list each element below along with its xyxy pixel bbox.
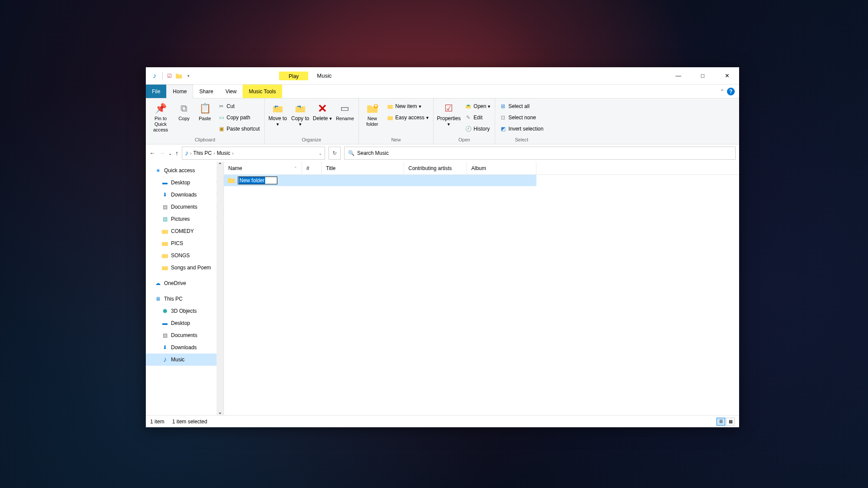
select-none-button[interactable]: ⊡Select none <box>498 112 545 123</box>
icons-view-button[interactable]: ▦ <box>726 418 735 426</box>
address-dropdown-icon[interactable]: ⌄ <box>319 151 322 156</box>
sidebar-item-comedy[interactable]: COMEDY <box>146 225 224 237</box>
chevron-right-icon[interactable]: › <box>190 151 191 156</box>
maximize-button[interactable]: □ <box>690 67 715 85</box>
rename-input[interactable]: New folder <box>238 177 277 184</box>
move-to-button[interactable]: Move to ▾ <box>267 100 288 127</box>
sidebar-item-desktop[interactable]: ▬Desktop📍 <box>146 177 224 189</box>
svg-rect-1 <box>176 74 178 75</box>
search-icon: 🔍 <box>348 150 355 156</box>
sidebar-item-3d-objects[interactable]: ⬢3D Objects <box>146 305 224 317</box>
svg-rect-14 <box>162 266 168 270</box>
edit-button[interactable]: ✎Edit <box>463 112 492 123</box>
tab-share[interactable]: Share <box>193 85 219 98</box>
content-pane: Name⌃ # Title Contributing artists Album… <box>224 162 739 415</box>
sidebar-item-pictures[interactable]: ▨Pictures📍 <box>146 213 224 225</box>
sidebar-item-documents-pc[interactable]: ▤Documents <box>146 329 224 341</box>
help-icon[interactable]: ? <box>727 88 735 95</box>
breadcrumb-bar[interactable]: ♪ › This PC › Music › ⌄ <box>182 147 325 160</box>
recent-dropdown-icon[interactable]: ⌄ <box>168 151 172 156</box>
sidebar-onedrive[interactable]: ☁OneDrive <box>146 277 224 289</box>
sidebar-item-songs-and-poem[interactable]: Songs and Poem <box>146 262 224 274</box>
sidebar-this-pc[interactable]: 🖥This PC <box>146 293 224 305</box>
new-folder-button[interactable]: ✦New folder <box>362 100 383 127</box>
sidebar-quick-access[interactable]: ★Quick access <box>146 164 224 177</box>
svg-rect-11 <box>162 230 168 234</box>
status-item-count: 1 item <box>150 419 164 425</box>
paste-button[interactable]: 📋Paste <box>195 100 214 121</box>
svg-rect-8 <box>388 105 393 109</box>
up-button[interactable]: ↑ <box>175 150 178 157</box>
collapse-ribbon-icon[interactable]: ⌃ <box>720 88 724 95</box>
invert-selection-button[interactable]: ◩Invert selection <box>498 124 545 134</box>
chevron-right-icon[interactable]: › <box>232 151 233 156</box>
sidebar-item-documents[interactable]: ▤Documents📍 <box>146 201 224 213</box>
svg-rect-13 <box>162 254 168 258</box>
back-button[interactable]: ← <box>149 150 155 157</box>
minimize-button[interactable]: ― <box>666 67 690 85</box>
refresh-button[interactable]: ↻ <box>329 147 341 160</box>
music-icon: ♪ <box>185 149 188 157</box>
close-button[interactable]: ✕ <box>715 67 739 85</box>
tab-music-tools[interactable]: Music Tools <box>243 85 282 98</box>
breadcrumb-this-pc[interactable]: This PC <box>193 150 212 156</box>
svg-text:✦: ✦ <box>374 103 378 109</box>
ribbon-tabs: File Home Share View Music Tools ⌃ ? <box>146 85 739 98</box>
file-list[interactable]: New folder <box>224 175 739 415</box>
paste-shortcut-button[interactable]: ▣Paste shortcut <box>216 124 262 134</box>
file-explorer-window: ♪ ☑ ▾ Play Music ― □ ✕ File Home Share V… <box>146 67 739 427</box>
properties-qat-icon[interactable]: ☑ <box>165 72 173 80</box>
window-controls: ― □ ✕ <box>666 67 739 85</box>
nav-scrollbar[interactable]: ⌃⌄ <box>217 162 224 415</box>
properties-button[interactable]: ☑Properties ▾ <box>436 100 461 127</box>
search-box[interactable]: 🔍 Search Music <box>344 147 736 160</box>
column-artists[interactable]: Contributing artists <box>404 162 467 174</box>
music-icon: ♪ <box>149 72 160 80</box>
copy-to-button[interactable]: Copy to ▾ <box>290 100 311 127</box>
open-button[interactable]: Open ▾ <box>463 101 492 111</box>
chevron-right-icon[interactable]: › <box>214 151 215 156</box>
tab-file[interactable]: File <box>146 85 166 98</box>
sidebar-item-downloads[interactable]: ⬇Downloads📍 <box>146 189 224 201</box>
copy-button[interactable]: ⧉Copy <box>174 100 194 121</box>
breadcrumb-music[interactable]: Music <box>217 150 230 156</box>
column-title[interactable]: Title <box>322 162 404 174</box>
qat-dropdown-icon[interactable]: ▾ <box>184 72 192 80</box>
svg-rect-5 <box>367 105 372 107</box>
navigation-pane: ★Quick access ▬Desktop📍 ⬇Downloads📍 ▤Doc… <box>146 162 224 415</box>
copy-path-button[interactable]: ▭Copy path <box>216 112 262 123</box>
ribbon-group-open: ☑Properties ▾ Open ▾ ✎Edit 🕘History Open <box>434 98 495 144</box>
sidebar-item-pics[interactable]: PICS <box>146 237 224 249</box>
ribbon-group-clipboard: 📌Pin to Quick access ⧉Copy 📋Paste ✂Cut ▭… <box>146 98 265 144</box>
column-number[interactable]: # <box>302 162 322 174</box>
new-item-button[interactable]: New item ▾ <box>385 101 431 111</box>
pin-to-quick-access-button[interactable]: 📌Pin to Quick access <box>148 100 173 133</box>
ribbon-group-select: ⊞Select all ⊡Select none ◩Invert selecti… <box>495 98 548 144</box>
sidebar-item-downloads-pc[interactable]: ⬇Downloads <box>146 341 224 354</box>
cut-button[interactable]: ✂Cut <box>216 101 262 111</box>
quick-access-toolbar: ☑ ▾ <box>165 72 192 80</box>
separator <box>162 72 163 80</box>
history-button[interactable]: 🕘History <box>463 124 492 134</box>
play-context-tab[interactable]: Play <box>279 72 308 80</box>
list-item[interactable]: New folder <box>224 175 536 186</box>
new-folder-qat-icon[interactable] <box>175 72 183 80</box>
column-album[interactable]: Album <box>467 162 536 174</box>
details-view-button[interactable]: ☰ <box>717 418 725 426</box>
svg-rect-15 <box>228 179 235 183</box>
sidebar-item-music[interactable]: ♪Music <box>146 354 224 366</box>
sidebar-item-desktop-pc[interactable]: ▬Desktop <box>146 317 224 329</box>
easy-access-button[interactable]: Easy access ▾ <box>385 112 431 123</box>
select-all-button[interactable]: ⊞Select all <box>498 101 545 111</box>
rename-button[interactable]: ▭Rename <box>334 100 356 121</box>
status-bar: 1 item 1 item selected ☰ ▦ <box>146 415 739 427</box>
tab-home[interactable]: Home <box>166 85 193 98</box>
column-name[interactable]: Name⌃ <box>224 162 302 174</box>
ribbon-group-organize: Move to ▾ Copy to ▾ ✕Delete ▾ ▭Rename Or… <box>265 98 359 144</box>
ribbon: 📌Pin to Quick access ⧉Copy 📋Paste ✂Cut ▭… <box>146 98 739 144</box>
tab-view[interactable]: View <box>219 85 243 98</box>
sidebar-item-songs[interactable]: SONGS <box>146 249 224 262</box>
forward-button[interactable]: → <box>159 150 165 157</box>
delete-button[interactable]: ✕Delete ▾ <box>312 100 332 121</box>
folder-icon <box>227 177 235 184</box>
